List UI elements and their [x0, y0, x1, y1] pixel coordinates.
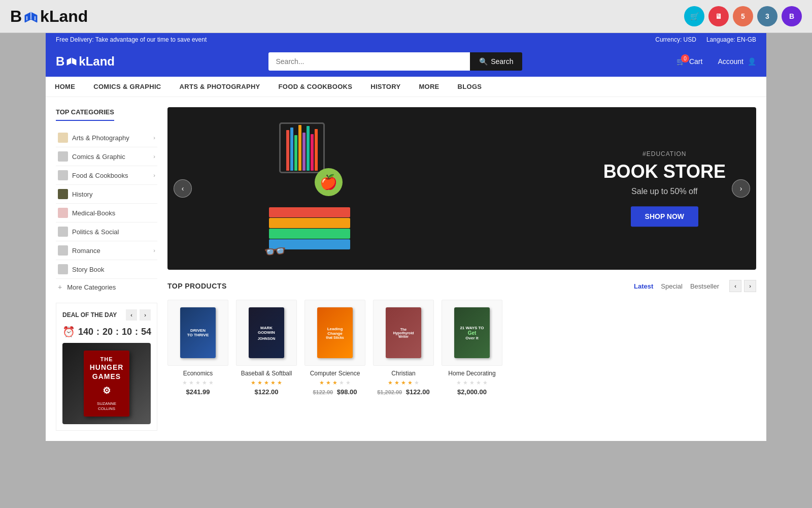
nav-bar: HOME COMICS & GRAPHIC ARTS & PHOTOGRAPHY… — [46, 77, 766, 97]
star-1: ★ — [251, 379, 256, 386]
products-next-button[interactable]: › — [744, 280, 756, 292]
sidebar-item-food[interactable]: Food & Cookbooks › — [56, 166, 157, 185]
account-button[interactable]: Account 👤 — [718, 57, 756, 66]
product-img-christian[interactable]: The Hypothyroid Writer — [373, 300, 434, 366]
nav-blogs[interactable]: BLOGS — [449, 77, 491, 97]
product-img-economics[interactable]: DRIVEN TO THRIVE — [167, 300, 228, 366]
book-cover-home: 21 WAYS TO Get Over It — [454, 307, 490, 358]
star-ch-5: ★ — [414, 379, 419, 386]
sidebar-more-categories[interactable]: + More Categories — [56, 279, 157, 295]
browser-icon-monitor[interactable]: 🖥 — [708, 6, 729, 26]
star-h-2: ★ — [463, 379, 468, 386]
sidebar-item-history-left: History — [58, 189, 92, 199]
delivery-text: Free Delivery: Take advantage of our tim… — [56, 36, 207, 43]
account-icon: 👤 — [748, 57, 756, 66]
language-selector[interactable]: Language: EN-GB — [706, 36, 756, 43]
sidebar-item-medical[interactable]: Medical-Books — [56, 204, 157, 223]
currency-selector[interactable]: Currency: USD — [655, 36, 696, 43]
top-bar-right: Currency: USD Language: EN-GB — [655, 36, 756, 43]
nav-arts[interactable]: ARTS & PHOTOGRAPHY — [171, 77, 269, 97]
product-card-cs: Leading Change that Sticks Computer Scie… — [304, 300, 365, 396]
product-stars-home: ★ ★ ★ ★ ★ — [442, 379, 502, 386]
chevron-right-icon-4: › — [153, 247, 155, 253]
arts-icon — [58, 133, 68, 143]
sidebar-storybook-label: Story Book — [72, 266, 105, 273]
cart-icon-wrapper: 🛒 0 — [676, 57, 685, 66]
tab-special[interactable]: Special — [661, 282, 683, 290]
deal-book-cover: THE HUNGER GAMES ⚙ SUZANNE COLLINS — [84, 351, 129, 417]
sidebar-item-storybook[interactable]: Story Book — [56, 260, 157, 279]
hero-visual: 🍎 👓 — [167, 107, 462, 270]
book-cover-economics: DRIVEN TO THRIVE — [180, 307, 216, 358]
cart-button[interactable]: 🛒 0 Cart — [676, 57, 702, 66]
price-new-cs: $98.00 — [337, 388, 357, 396]
book-cover-baseball: MARK GODWIN JOHNSON — [249, 307, 284, 358]
browser-icon-html5[interactable]: 5 — [733, 6, 753, 26]
product-price-baseball: $122.00 — [236, 388, 297, 396]
nav-food[interactable]: FOOD & COOKBOOKS — [269, 77, 362, 97]
product-img-home[interactable]: 21 WAYS TO Get Over It — [442, 300, 502, 366]
star-h-5: ★ — [483, 379, 488, 386]
products-prev-button[interactable]: ‹ — [729, 280, 741, 292]
glasses-icon: 👓 — [263, 240, 287, 263]
sidebar-item-politics[interactable]: Politics & Social — [56, 223, 157, 241]
deal-book-image: THE HUNGER GAMES ⚙ SUZANNE COLLINS — [62, 343, 151, 424]
product-stars-economics: ★ ★ ★ ★ ★ — [167, 379, 228, 386]
nav-comics[interactable]: COMICS & GRAPHIC — [84, 77, 170, 97]
sidebar-item-food-left: Food & Cookbooks — [58, 170, 128, 180]
sidebar-item-romance-left: Romance — [58, 245, 100, 256]
tab-bestseller[interactable]: Bestseller — [690, 282, 719, 290]
sidebar-romance-label: Romance — [72, 247, 100, 255]
search-icon: 🔍 — [479, 57, 488, 66]
sidebar-item-politics-left: Politics & Social — [58, 227, 119, 237]
search-input[interactable] — [268, 52, 470, 71]
browser-icon-css3[interactable]: 3 — [757, 6, 777, 26]
star-empty-2: ★ — [189, 379, 194, 386]
hero-prev-button[interactable]: ‹ — [174, 179, 192, 198]
products-controls: Latest Special Bestseller ‹ › — [634, 280, 756, 292]
sidebar: TOP CATEGORIES Arts & Photography › Comi… — [56, 107, 157, 431]
star-cs-1: ★ — [319, 379, 324, 386]
tab-latest[interactable]: Latest — [634, 282, 653, 290]
sidebar-item-romance[interactable]: Romance › — [56, 241, 157, 260]
sep3: : — [135, 327, 138, 337]
sidebar-comics-label: Comics & Graphic — [72, 153, 125, 161]
book-cover-christian: The Hypothyroid Writer — [386, 307, 421, 358]
deal-countdown: ⏰ 140 : 20 : 10 : 54 — [62, 326, 151, 338]
nav-history[interactable]: HISTORY — [361, 77, 410, 97]
star-4: ★ — [270, 379, 276, 386]
content-right: 🍎 👓 #EDUCATI — [167, 107, 756, 431]
hero-next-button[interactable]: › — [732, 179, 750, 198]
product-img-baseball[interactable]: MARK GODWIN JOHNSON — [236, 300, 297, 366]
browser-icon-bootstrap[interactable]: B — [782, 6, 802, 26]
product-img-cs[interactable]: Leading Change that Sticks — [304, 300, 365, 366]
nav-home[interactable]: HOME — [46, 77, 84, 97]
deal-next-button[interactable]: › — [140, 309, 151, 321]
romance-icon — [58, 245, 68, 256]
storybook-icon — [58, 264, 68, 274]
shop-now-button[interactable]: SHOP NOW — [631, 206, 699, 227]
nav-more[interactable]: MORE — [410, 77, 448, 97]
star-cs-4: ★ — [339, 379, 344, 386]
product-stars-cs: ★ ★ ★ ★ ★ — [304, 379, 365, 386]
header: B kLand 🔍 Search 🛒 0 Cart Ac — [46, 46, 766, 77]
search-button[interactable]: 🔍 Search — [470, 52, 522, 71]
browser-icon-cart[interactable]: 🛒 — [684, 6, 704, 26]
star-empty-4: ★ — [202, 379, 207, 386]
deal-title-text: DEAL OF THE DAY — [62, 311, 117, 319]
deal-prev-button[interactable]: ‹ — [126, 309, 137, 321]
product-stars-christian: ★ ★ ★ ★ ★ — [373, 379, 434, 386]
sidebar-item-history[interactable]: History — [56, 185, 157, 204]
product-card-home: 21 WAYS TO Get Over It Home Decorating ★… — [442, 300, 502, 396]
sidebar-item-storybook-left: Story Book — [58, 264, 105, 274]
star-ch-2: ★ — [394, 379, 399, 386]
sidebar-item-arts[interactable]: Arts & Photography › — [56, 129, 157, 147]
star-h-1: ★ — [456, 379, 461, 386]
sidebar-arts-label: Arts & Photography — [72, 134, 129, 142]
sidebar-item-comics[interactable]: Comics & Graphic › — [56, 147, 157, 166]
countdown-ms: 54 — [141, 327, 151, 337]
header-logo: B kLand — [56, 54, 115, 69]
deal-nav: ‹ › — [126, 309, 151, 321]
header-logo-kland: kLand — [79, 54, 115, 69]
product-card-christian: The Hypothyroid Writer Christian ★ ★ ★ ★… — [373, 300, 434, 396]
